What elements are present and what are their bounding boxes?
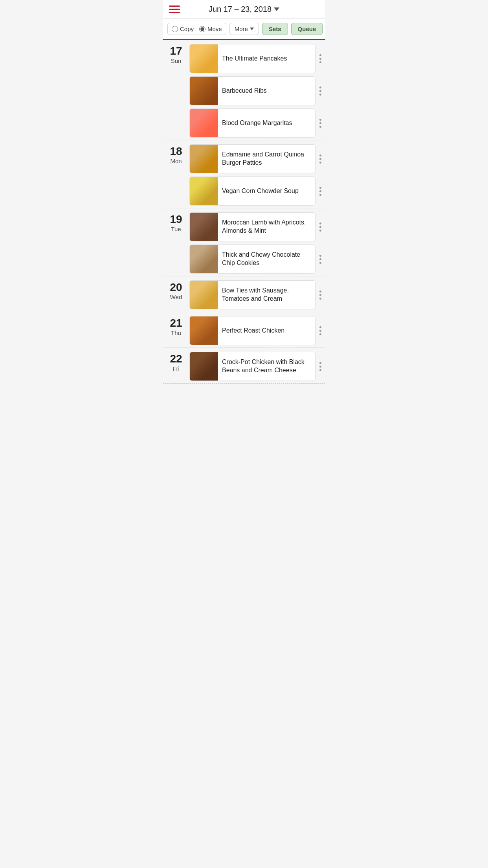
dot — [319, 58, 321, 60]
hamburger-line — [169, 12, 180, 13]
recipe-card[interactable]: Thick and Chewy Chocolate Chip Cookies — [189, 245, 316, 274]
move-label: Move — [207, 26, 222, 32]
days-container: 17 Sun The Ultimate Pancakes Barbecued R… — [163, 40, 325, 384]
recipe-title: Moroccan Lamb with Apricots, Almonds & M… — [218, 215, 315, 238]
recipe-title: Crock-Pot Chicken with Black Beans and C… — [218, 355, 315, 378]
hamburger-line — [169, 9, 180, 10]
recipe-thumbnail — [190, 316, 218, 345]
copy-move-group: Copy Move — [167, 23, 226, 35]
sets-button[interactable]: Sets — [262, 23, 288, 35]
recipe-row: Crock-Pot Chicken with Black Beans and C… — [189, 352, 324, 381]
day-name: Tue — [163, 226, 189, 232]
recipe-title: Bow Ties with Sausage, Tomatoes and Crea… — [218, 283, 315, 306]
day-section-18: 18 Mon Edamame and Carrot Quinoa Burger … — [163, 140, 325, 208]
day-recipes-22: Crock-Pot Chicken with Black Beans and C… — [189, 352, 325, 381]
recipe-more-button[interactable] — [317, 117, 324, 129]
hamburger-menu[interactable] — [169, 6, 180, 13]
day-number: 19 — [163, 214, 189, 225]
recipe-card[interactable]: Perfect Roast Chicken — [189, 316, 316, 345]
recipe-card[interactable]: Bow Ties with Sausage, Tomatoes and Crea… — [189, 280, 316, 309]
day-section-21: 21 Thu Perfect Roast Chicken — [163, 312, 325, 348]
recipe-thumbnail — [190, 44, 218, 73]
move-option[interactable]: Move — [199, 26, 222, 32]
dot — [319, 126, 321, 128]
recipe-more-button[interactable] — [317, 85, 324, 97]
recipe-title: Edamame and Carrot Quinoa Burger Patties — [218, 147, 315, 170]
dot — [319, 330, 321, 332]
recipe-card[interactable]: Edamame and Carrot Quinoa Burger Patties — [189, 144, 316, 173]
dot — [319, 223, 321, 224]
day-number: 18 — [163, 146, 189, 157]
dot — [319, 362, 321, 364]
recipe-card[interactable]: Barbecued Ribs — [189, 76, 316, 105]
day-section-20: 20 Wed Bow Ties with Sausage, Tomatoes a… — [163, 276, 325, 312]
day-name: Wed — [163, 294, 189, 300]
day-recipes-20: Bow Ties with Sausage, Tomatoes and Crea… — [189, 280, 325, 309]
copy-radio[interactable] — [172, 26, 178, 32]
recipe-more-button[interactable] — [317, 253, 324, 265]
chevron-down-icon — [250, 28, 254, 30]
day-recipes-19: Moroccan Lamb with Apricots, Almonds & M… — [189, 212, 325, 274]
day-label-17: 17 Sun — [163, 44, 189, 138]
dot — [319, 366, 321, 368]
recipe-more-button[interactable] — [317, 185, 324, 197]
recipe-card[interactable]: Blood Orange Margaritas — [189, 108, 316, 138]
day-label-20: 20 Wed — [163, 280, 189, 309]
recipe-row: Moroccan Lamb with Apricots, Almonds & M… — [189, 212, 324, 241]
dot — [319, 326, 321, 328]
move-radio[interactable] — [199, 26, 205, 32]
hamburger-line — [169, 6, 180, 7]
date-range-selector[interactable]: Jun 17 – 23, 2018 — [209, 5, 279, 14]
recipe-more-button[interactable] — [317, 360, 324, 373]
recipe-thumbnail — [190, 77, 218, 105]
recipe-card[interactable]: Moroccan Lamb with Apricots, Almonds & M… — [189, 212, 316, 241]
recipe-card[interactable]: Vegan Corn Chowder Soup — [189, 177, 316, 206]
dot — [319, 54, 321, 56]
queue-button[interactable]: Queue — [291, 23, 323, 35]
recipe-title: Barbecued Ribs — [218, 84, 271, 98]
dot — [319, 154, 321, 156]
day-label-21: 21 Thu — [163, 316, 189, 345]
recipe-card[interactable]: The Ultimate Pancakes — [189, 44, 316, 73]
copy-option[interactable]: Copy — [172, 26, 194, 32]
recipe-row: The Ultimate Pancakes — [189, 44, 324, 73]
day-label-19: 19 Tue — [163, 212, 189, 274]
dot — [319, 119, 321, 121]
recipe-more-button[interactable] — [317, 153, 324, 165]
recipe-row: Perfect Roast Chicken — [189, 316, 324, 345]
day-name: Fri — [163, 365, 189, 372]
recipe-more-button[interactable] — [317, 53, 324, 65]
dot — [319, 194, 321, 196]
day-label-18: 18 Mon — [163, 144, 189, 206]
day-number: 20 — [163, 282, 189, 293]
recipe-thumbnail — [190, 109, 218, 137]
dot — [319, 162, 321, 164]
recipe-more-button[interactable] — [317, 325, 324, 337]
recipe-title: Blood Orange Margaritas — [218, 116, 296, 131]
dot — [319, 158, 321, 160]
day-section-17: 17 Sun The Ultimate Pancakes Barbecued R… — [163, 40, 325, 140]
day-recipes-17: The Ultimate Pancakes Barbecued Ribs Blo… — [189, 44, 325, 138]
chevron-down-icon — [274, 7, 279, 11]
dot — [319, 226, 321, 228]
recipe-more-button[interactable] — [317, 289, 324, 301]
toolbar: Copy Move More Sets Queue — [163, 19, 325, 40]
recipe-thumbnail — [190, 281, 218, 309]
day-recipes-21: Perfect Roast Chicken — [189, 316, 325, 345]
day-number: 21 — [163, 318, 189, 329]
dot — [319, 190, 321, 192]
day-name: Thu — [163, 329, 189, 336]
recipe-more-button[interactable] — [317, 221, 324, 233]
queue-label: Queue — [298, 26, 316, 32]
recipe-card[interactable]: Crock-Pot Chicken with Black Beans and C… — [189, 352, 316, 381]
day-name: Mon — [163, 158, 189, 164]
dot — [319, 262, 321, 264]
day-recipes-18: Edamame and Carrot Quinoa Burger Patties… — [189, 144, 325, 206]
recipe-row: Thick and Chewy Chocolate Chip Cookies — [189, 245, 324, 274]
sets-label: Sets — [269, 26, 281, 32]
recipe-row: Barbecued Ribs — [189, 76, 324, 105]
day-name: Sun — [163, 57, 189, 64]
dot — [319, 94, 321, 96]
recipe-title: Perfect Roast Chicken — [218, 324, 288, 338]
more-button[interactable]: More — [229, 23, 259, 35]
